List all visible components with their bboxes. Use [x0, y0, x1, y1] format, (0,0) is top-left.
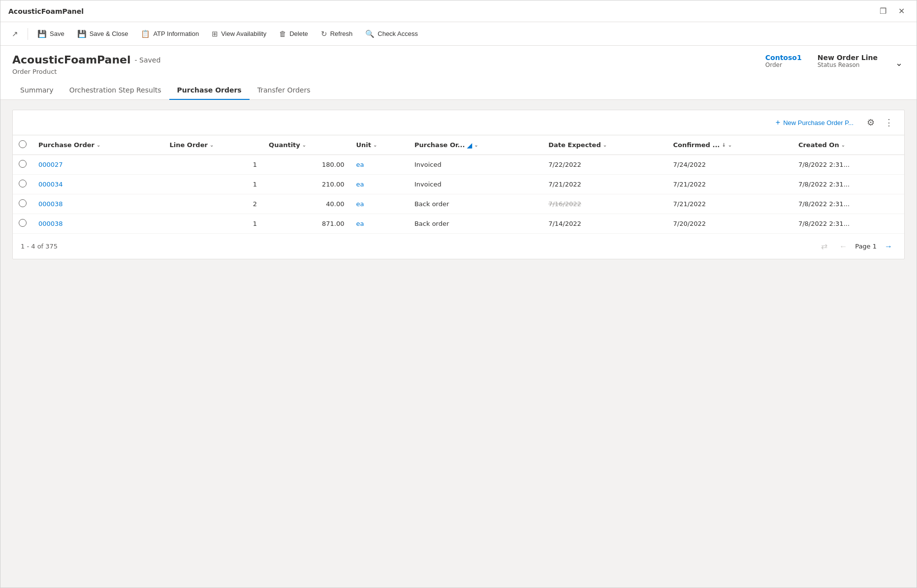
record-subtitle: Order Product: [12, 68, 160, 75]
cell-line-order: 2: [164, 194, 263, 214]
pagination-range: 1 - 4 of 375: [21, 243, 58, 250]
sort-unit-icon: ⌄: [373, 142, 377, 148]
table-row: 0000341210.00eaInvoiced7/21/20227/21/202…: [13, 175, 904, 194]
status-reason-meta: New Order Line Status Reason: [818, 54, 878, 68]
cell-unit[interactable]: ea: [350, 214, 409, 234]
table-row: 0000271180.00eaInvoiced7/22/20227/24/202…: [13, 155, 904, 175]
cell-confirmed: 7/21/2022: [667, 175, 792, 194]
row-checkbox[interactable]: [19, 160, 27, 168]
cell-date-expected: 7/14/2022: [542, 214, 667, 234]
col-header-quantity[interactable]: Quantity ⌄: [263, 135, 350, 155]
status-reason-label: Status Reason: [818, 62, 860, 68]
filter-purchase-or-icon: ◢: [467, 141, 472, 149]
cell-purchase-order[interactable]: 000027: [32, 155, 164, 175]
col-header-confirmed[interactable]: Confirmed ... ↓ ⌄: [667, 135, 792, 155]
cell-unit[interactable]: ea: [350, 194, 409, 214]
col-header-checkbox: [13, 135, 32, 155]
cell-unit[interactable]: ea: [350, 175, 409, 194]
tab-purchase-orders[interactable]: Purchase Orders: [169, 81, 250, 100]
tab-transfer-orders[interactable]: Transfer Orders: [250, 81, 318, 100]
tabs-bar: Summary Orchestration Step Results Purch…: [0, 81, 917, 100]
record-header: AcousticFoamPanel - Saved Order Product …: [0, 46, 917, 75]
plus-icon: +: [776, 118, 780, 127]
cell-confirmed: 7/20/2022: [667, 214, 792, 234]
sort-purchase-or-icon: ⌄: [474, 142, 478, 148]
view-availability-button[interactable]: ⊞ View Availability: [206, 26, 272, 42]
cell-line-order: 1: [164, 155, 263, 175]
pagination-controls: ⇄ ← Page 1 →: [817, 240, 896, 253]
order-meta: Contoso1 Order: [765, 54, 802, 68]
sort-confirmed-icon: ↓: [722, 142, 726, 148]
restore-button[interactable]: ❐: [876, 4, 890, 18]
delete-icon: 🗑: [279, 30, 286, 38]
sort-confirmed-dir-icon: ⌄: [728, 142, 732, 148]
sort-date-expected-icon: ⌄: [603, 142, 607, 148]
record-title: AcousticFoamPanel: [12, 54, 131, 66]
save-button[interactable]: 💾 Save: [32, 26, 70, 42]
row-checkbox-cell: [13, 194, 32, 214]
order-value[interactable]: Contoso1: [765, 54, 802, 62]
row-checkbox-cell: [13, 175, 32, 194]
view-avail-icon: ⊞: [212, 30, 218, 38]
next-page-button[interactable]: →: [881, 240, 896, 253]
header-checkbox[interactable]: [19, 140, 27, 148]
cell-status: Back order: [409, 214, 542, 234]
toolbar-separator-1: [28, 28, 28, 40]
sort-quantity-icon: ⌄: [302, 142, 306, 148]
cell-status: Invoiced: [409, 155, 542, 175]
expand-chevron-button[interactable]: ⌄: [893, 56, 905, 70]
cell-purchase-order[interactable]: 000038: [32, 194, 164, 214]
tab-orchestration[interactable]: Orchestration Step Results: [62, 81, 169, 100]
cell-created-on: 7/8/2022 2:31...: [792, 175, 904, 194]
row-checkbox[interactable]: [19, 199, 27, 207]
cell-purchase-order[interactable]: 000034: [32, 175, 164, 194]
save-close-button[interactable]: 💾 Save & Close: [72, 26, 134, 42]
sort-line-order-icon: ⌄: [210, 142, 214, 148]
col-header-line-order[interactable]: Line Order ⌄: [164, 135, 263, 155]
grid-settings-button[interactable]: ⚙: [864, 114, 878, 131]
refresh-button[interactable]: ↻ Refresh: [316, 26, 358, 42]
row-checkbox[interactable]: [19, 180, 27, 187]
grid-more-options-button[interactable]: ⋮: [882, 114, 896, 131]
atp-information-button[interactable]: 📋 ATP Information: [135, 26, 204, 42]
col-header-date-expected[interactable]: Date Expected ⌄: [542, 135, 667, 155]
col-header-unit[interactable]: Unit ⌄: [350, 135, 409, 155]
row-checkbox[interactable]: [19, 219, 27, 227]
cell-created-on: 7/8/2022 2:31...: [792, 155, 904, 175]
saved-label: - Saved: [135, 56, 161, 64]
save-close-icon: 💾: [77, 30, 87, 38]
cell-quantity: 871.00: [263, 214, 350, 234]
cell-unit[interactable]: ea: [350, 155, 409, 175]
col-header-purchase-or-status[interactable]: Purchase Or... ◢ ⌄: [409, 135, 542, 155]
order-label: Order: [765, 62, 782, 68]
cell-status: Invoiced: [409, 175, 542, 194]
close-button[interactable]: ✕: [894, 4, 909, 18]
expand-button[interactable]: ↗: [6, 26, 24, 42]
cell-date-expected: 7/21/2022: [542, 175, 667, 194]
first-page-button[interactable]: ⇄: [817, 240, 831, 253]
atp-icon: 📋: [141, 30, 150, 38]
check-access-button[interactable]: 🔍 Check Access: [360, 26, 423, 42]
cell-created-on: 7/8/2022 2:31...: [792, 194, 904, 214]
col-header-purchase-order[interactable]: Purchase Order ⌄: [32, 135, 164, 155]
grid-footer: 1 - 4 of 375 ⇄ ← Page 1 →: [13, 234, 904, 259]
purchase-orders-table: Purchase Order ⌄ Line Order ⌄: [13, 135, 904, 234]
cell-purchase-order[interactable]: 000038: [32, 214, 164, 234]
cell-created-on: 7/8/2022 2:31...: [792, 214, 904, 234]
expand-icon: ↗: [12, 30, 18, 38]
delete-button[interactable]: 🗑 Delete: [274, 26, 314, 41]
new-purchase-order-button[interactable]: + New Purchase Order P...: [769, 115, 860, 130]
col-header-created-on[interactable]: Created On ⌄: [792, 135, 904, 155]
main-content: + New Purchase Order P... ⚙ ⋮ Purchase: [0, 100, 917, 588]
sort-created-on-icon: ⌄: [841, 142, 845, 148]
cell-quantity: 180.00: [263, 155, 350, 175]
cell-date-expected: 7/22/2022: [542, 155, 667, 175]
save-icon: 💾: [37, 30, 47, 38]
table-row: 0000381871.00eaBack order7/14/20227/20/2…: [13, 214, 904, 234]
status-reason-value: New Order Line: [818, 54, 878, 62]
cell-confirmed: 7/24/2022: [667, 155, 792, 175]
prev-page-button[interactable]: ←: [835, 240, 851, 253]
grid-toolbar: + New Purchase Order P... ⚙ ⋮: [13, 110, 904, 135]
tab-summary[interactable]: Summary: [12, 81, 62, 100]
cell-line-order: 1: [164, 214, 263, 234]
